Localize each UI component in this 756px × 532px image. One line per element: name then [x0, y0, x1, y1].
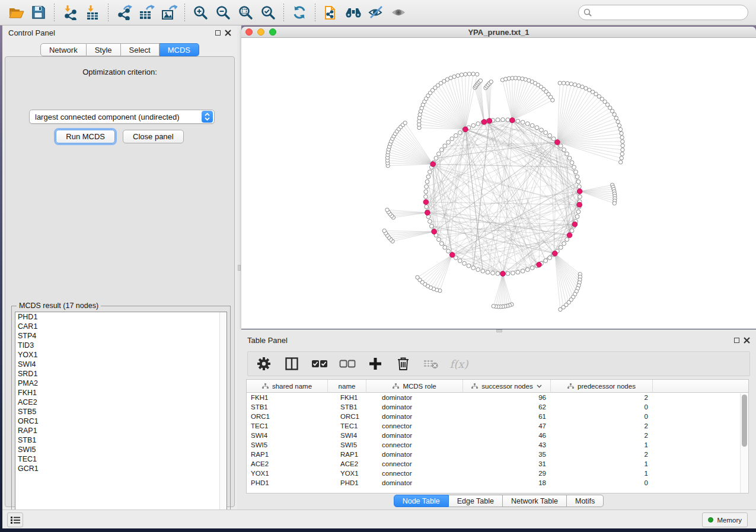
network-node[interactable]	[471, 266, 476, 270]
optimization-criterion-select[interactable]: largest connected component (undirected)	[29, 110, 215, 124]
network-node[interactable]	[577, 84, 580, 87]
float-panel-icon[interactable]	[215, 30, 221, 36]
cell-shared-name[interactable]: YOX1	[247, 469, 328, 478]
network-node[interactable]	[574, 170, 578, 174]
cell-mcds-role[interactable]: dominator	[366, 450, 463, 459]
network-node[interactable]	[620, 136, 624, 139]
network-node[interactable]	[476, 268, 480, 272]
tab-node-table[interactable]: Node Table	[394, 495, 449, 507]
network-hub-node[interactable]	[510, 118, 515, 123]
network-node[interactable]	[614, 116, 618, 120]
network-node[interactable]	[521, 269, 525, 273]
float-panel-icon[interactable]	[734, 338, 739, 343]
network-node[interactable]	[449, 76, 452, 79]
network-node[interactable]	[544, 259, 548, 263]
network-hub-node[interactable]	[572, 222, 578, 227]
network-node[interactable]	[562, 242, 566, 246]
cell-successor-nodes[interactable]: 31	[463, 459, 551, 469]
cell-successor-nodes[interactable]: 61	[463, 412, 551, 421]
splitter-grip[interactable]	[238, 265, 241, 271]
export-table-icon[interactable]	[136, 2, 157, 23]
tab-motifs[interactable]: Motifs	[567, 495, 604, 507]
table-scrollbar-thumb[interactable]	[742, 395, 747, 447]
network-hub-node[interactable]	[500, 271, 506, 277]
network-hub-node[interactable]	[430, 162, 436, 167]
network-node[interactable]	[496, 118, 500, 122]
import-network-icon[interactable]	[60, 2, 80, 23]
network-node[interactable]	[613, 201, 616, 205]
network-node[interactable]	[559, 144, 563, 148]
cell-mcds-role[interactable]: connector	[366, 459, 463, 469]
cell-mcds-role[interactable]: dominator	[366, 412, 463, 421]
cell-predecessor-nodes[interactable]: 0	[551, 402, 653, 412]
network-node[interactable]	[562, 81, 565, 85]
cell-predecessor-nodes[interactable]: 0	[551, 412, 653, 421]
table-row[interactable]: YOX1YOX1connector291	[247, 469, 748, 478]
network-node[interactable]	[471, 123, 476, 127]
network-node[interactable]	[548, 133, 552, 137]
network-node[interactable]	[428, 170, 432, 174]
network-node[interactable]	[467, 72, 471, 76]
network-node[interactable]	[460, 73, 463, 76]
network-node[interactable]	[562, 148, 566, 152]
search-box[interactable]	[578, 5, 748, 20]
close-panel-icon[interactable]	[744, 337, 750, 344]
network-node[interactable]	[428, 219, 432, 223]
network-node[interactable]	[439, 242, 444, 246]
table-row[interactable]: RAP1RAP1dominator352	[247, 450, 748, 459]
network-node[interactable]	[501, 118, 505, 122]
zoom-in-icon[interactable]	[190, 2, 210, 23]
cell-shared-name[interactable]: SWI5	[247, 440, 328, 450]
mcds-result-item[interactable]: TID3	[15, 341, 227, 350]
network-node[interactable]	[403, 121, 407, 124]
network-node[interactable]	[525, 121, 529, 126]
cell-predecessor-nodes[interactable]: 1	[551, 459, 653, 469]
network-node[interactable]	[544, 131, 548, 135]
run-mcds-button[interactable]: Run MCDS	[56, 130, 115, 143]
network-node[interactable]	[458, 131, 462, 135]
network-node[interactable]	[621, 140, 624, 143]
network-node[interactable]	[525, 268, 529, 272]
mcds-list-scrollbar[interactable]	[219, 312, 227, 521]
network-node[interactable]	[578, 195, 582, 199]
cell-name[interactable]: ORC1	[328, 412, 366, 421]
network-node[interactable]	[471, 72, 475, 76]
cell-name[interactable]: SWI4	[328, 431, 366, 440]
cell-successor-nodes[interactable]: 46	[463, 431, 551, 440]
cell-successor-nodes[interactable]: 62	[463, 402, 551, 412]
network-hub-node[interactable]	[487, 118, 492, 124]
cell-shared-name[interactable]: STB1	[247, 402, 328, 412]
cell-name[interactable]: YOX1	[328, 469, 366, 478]
cell-name[interactable]: ACE2	[328, 459, 366, 469]
network-node[interactable]	[385, 208, 389, 211]
cell-name[interactable]: SWI5	[328, 440, 366, 450]
cell-name[interactable]: RAP1	[328, 450, 366, 459]
refresh-icon[interactable]	[289, 2, 310, 23]
network-node[interactable]	[613, 113, 616, 116]
network-node[interactable]	[620, 156, 623, 160]
network-node[interactable]	[610, 109, 614, 113]
network-node[interactable]	[434, 156, 438, 161]
network-node[interactable]	[559, 245, 563, 249]
network-hub-node[interactable]	[577, 202, 582, 207]
network-node[interactable]	[575, 214, 579, 219]
network-hub-node[interactable]	[449, 252, 455, 258]
mcds-result-item[interactable]: STB5	[15, 407, 227, 416]
hide-selection-icon[interactable]	[366, 2, 386, 23]
import-table-icon[interactable]	[82, 2, 103, 23]
column-header-shared-name[interactable]: shared name	[247, 380, 328, 393]
network-node[interactable]	[551, 137, 556, 141]
table-row[interactable]: ORC1ORC1dominator610	[247, 412, 748, 421]
network-hub-node[interactable]	[432, 229, 437, 235]
network-node[interactable]	[540, 128, 544, 132]
network-node[interactable]	[437, 238, 441, 242]
network-node[interactable]	[446, 249, 451, 254]
cell-predecessor-nodes[interactable]: 2	[551, 450, 653, 459]
cell-name[interactable]: STB1	[328, 402, 366, 412]
network-node[interactable]	[491, 271, 495, 275]
export-image-icon[interactable]	[159, 2, 179, 23]
network-hub-node[interactable]	[423, 200, 429, 205]
network-node[interactable]	[506, 118, 510, 122]
network-node[interactable]	[467, 264, 471, 268]
network-node[interactable]	[576, 180, 580, 184]
